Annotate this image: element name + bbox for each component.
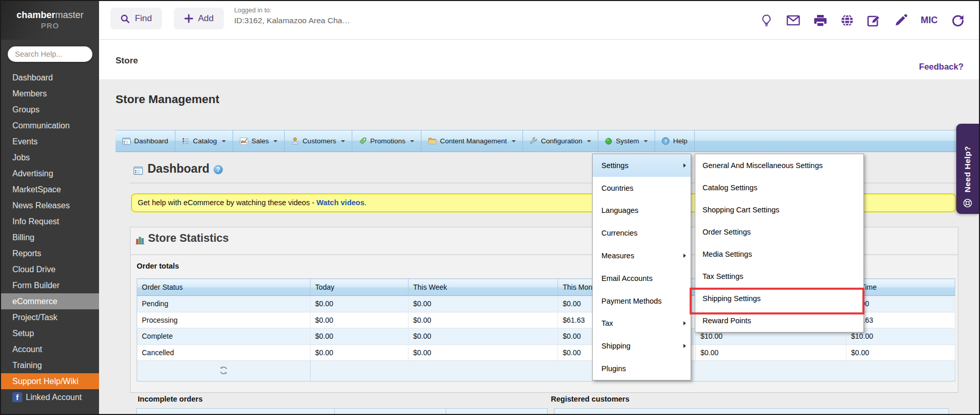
menu-promotions[interactable]: Promotions	[352, 130, 421, 152]
dashboard-section-icon	[134, 167, 143, 177]
sidebar-item-advertising[interactable]: Advertising	[1, 165, 99, 181]
banner-suffix: .	[365, 198, 367, 207]
sidebar-item-dashboard[interactable]: Dashboard	[1, 70, 99, 86]
submenu-item-media-settings[interactable]: Media Settings	[695, 243, 863, 265]
store-menubar: Dashboard Catalog Sales Customers Promot…	[116, 130, 979, 152]
dropdown-item-measures[interactable]: Measures	[593, 244, 691, 267]
feedback-link[interactable]: Feedback?	[919, 62, 963, 72]
menu-help[interactable]: ? Help	[655, 130, 695, 152]
menu-customers[interactable]: Customers	[285, 130, 352, 152]
col-order-status[interactable]: Order Status	[137, 279, 311, 296]
col-period[interactable]: Period	[554, 409, 949, 414]
logo: chambermaster PRO	[1, 1, 99, 40]
sidebar-item-communication[interactable]: Communication	[1, 118, 99, 134]
find-button[interactable]: Find	[110, 8, 162, 29]
globe-icon[interactable]	[840, 14, 854, 27]
lifering-icon	[962, 197, 973, 209]
sidebar-item-reports[interactable]: Reports	[1, 245, 99, 261]
help-search	[8, 46, 92, 62]
chevron-down-icon	[410, 140, 414, 142]
store-statistics-title: Store Statistics	[148, 232, 229, 245]
need-help-tab[interactable]: Need Help?	[956, 124, 979, 214]
svg-text:?: ?	[664, 138, 667, 144]
dropdown-item-settings[interactable]: Settings	[593, 154, 691, 177]
col-count[interactable]: Count	[446, 409, 547, 414]
sidebar-item-billing[interactable]: Billing	[1, 229, 99, 245]
chevron-down-icon	[587, 140, 591, 142]
section-help-icon[interactable]: ?	[214, 165, 223, 174]
sidebar-item-setup[interactable]: Setup	[1, 325, 99, 341]
submenu-item-general-settings[interactable]: General And Miscellaneous Settings	[695, 154, 863, 176]
sidebar-item-form-builder[interactable]: Form Builder	[1, 277, 99, 293]
chevron-down-icon	[644, 140, 648, 142]
sidebar-item-ecommerce[interactable]: eCommerce	[1, 293, 99, 309]
folder-icon	[428, 138, 436, 144]
col-this-week[interactable]: This Week	[409, 279, 558, 296]
registered-customers-label: Registered customers	[551, 395, 629, 403]
customers-icon	[291, 137, 299, 145]
breadcrumb: Store	[116, 56, 138, 66]
add-button[interactable]: Add	[174, 8, 224, 29]
submenu-item-tax-settings[interactable]: Tax Settings	[695, 265, 863, 287]
order-totals-label: Order totals	[137, 262, 179, 270]
sidebar-item-training[interactable]: Training	[1, 357, 99, 373]
submenu-item-shipping-settings[interactable]: Shipping Settings	[695, 288, 863, 310]
logged-in-value: ID:3162, Kalamazoo Area Cha…	[234, 16, 353, 25]
lightbulb-icon[interactable]	[760, 14, 773, 27]
submenu-item-reward-points[interactable]: Reward Points	[695, 310, 863, 332]
section-title: Dashboard	[148, 162, 209, 176]
sidebar-item-cloud-drive[interactable]: Cloud Drive	[1, 261, 99, 277]
promotions-icon	[359, 137, 367, 145]
sidebar-item-linked-account[interactable]: f Linked Account	[1, 389, 99, 405]
print-icon[interactable]	[813, 14, 827, 27]
menu-content-management[interactable]: Content Management	[421, 130, 523, 152]
search-input[interactable]	[8, 46, 92, 62]
need-help-label: Need Help?	[963, 146, 972, 192]
col-today[interactable]: Today	[311, 279, 409, 296]
submenu-item-order-settings[interactable]: Order Settings	[695, 221, 863, 243]
sidebar-item-events[interactable]: Events	[1, 134, 99, 150]
dropdown-item-tax[interactable]: Tax	[593, 312, 691, 335]
sidebar-item-project-task[interactable]: Project/Task	[1, 309, 99, 325]
dropdown-item-plugins[interactable]: Plugins	[593, 357, 691, 380]
sidebar-item-support-help-wiki[interactable]: Support Help/Wiki	[1, 373, 99, 389]
dropdown-item-currencies[interactable]: Currencies	[593, 222, 691, 244]
logged-in-label: Logged in to:	[234, 7, 353, 14]
chevron-right-icon	[683, 254, 686, 258]
breadcrumb-strip: Store Feedback?	[99, 40, 979, 79]
col-item[interactable]: Item	[137, 409, 335, 414]
sidebar-item-info-request[interactable]: Info Request	[1, 213, 99, 229]
menu-dashboard[interactable]: Dashboard	[116, 130, 175, 152]
menu-catalog[interactable]: Catalog	[175, 130, 233, 152]
sidebar-item-members[interactable]: Members	[1, 86, 99, 102]
refresh-icon[interactable]	[951, 14, 965, 27]
sidebar-item-jobs[interactable]: Jobs	[1, 150, 99, 165]
menu-sales[interactable]: Sales	[233, 130, 285, 152]
sidebar-item-news-releases[interactable]: News Releases	[1, 197, 99, 213]
bar-chart-icon	[135, 235, 145, 247]
submenu-item-catalog-settings[interactable]: Catalog Settings	[695, 176, 863, 198]
sidebar-item-account[interactable]: Account	[1, 341, 99, 357]
menu-configuration[interactable]: Configuration	[523, 130, 598, 152]
pencil-icon[interactable]	[894, 14, 907, 27]
mail-icon[interactable]	[787, 14, 800, 27]
menu-system[interactable]: System	[598, 130, 655, 152]
chevron-down-icon	[512, 140, 516, 142]
table-refresh-icon[interactable]	[219, 366, 228, 375]
compose-icon[interactable]	[867, 14, 880, 27]
submenu-item-shopping-cart-settings[interactable]: Shopping Cart Settings	[695, 198, 863, 221]
dropdown-item-shipping[interactable]: Shipping	[593, 335, 691, 357]
add-label: Add	[198, 13, 214, 24]
dropdown-item-languages[interactable]: Languages	[593, 200, 691, 222]
sidebar-item-groups[interactable]: Groups	[1, 102, 99, 118]
dropdown-item-countries[interactable]: Countries	[593, 177, 691, 200]
col-total[interactable]: Total	[335, 409, 446, 414]
dropdown-item-payment-methods[interactable]: Payment Methods	[593, 290, 691, 312]
dropdown-item-email-accounts[interactable]: Email Accounts	[593, 267, 691, 290]
sidebar-item-marketspace[interactable]: MarketSpace	[1, 181, 99, 197]
table-footer-row	[137, 361, 955, 381]
watch-videos-link[interactable]: Watch videos	[317, 198, 365, 207]
linked-account-label: Linked Account	[26, 389, 82, 405]
chevron-down-icon	[341, 140, 345, 142]
mic-link[interactable]: MIC	[921, 15, 938, 26]
